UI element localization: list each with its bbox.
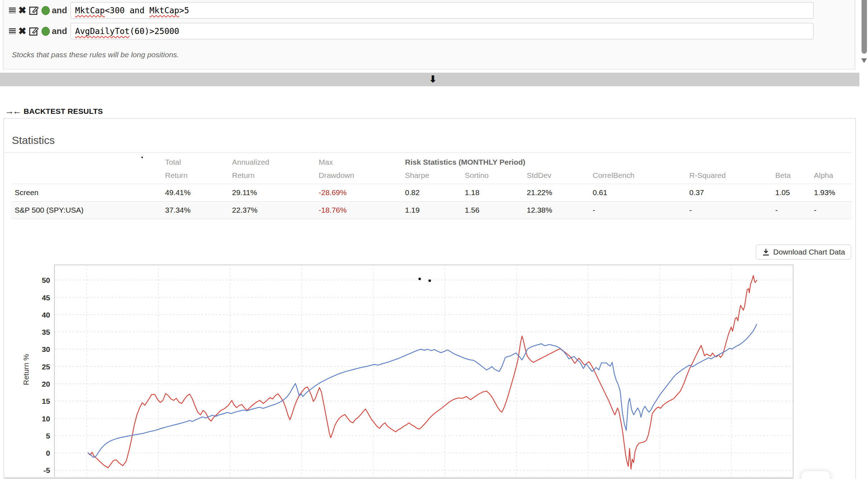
y-axis-tick-label: -5 xyxy=(43,466,50,474)
delete-rule-icon[interactable]: ✖ xyxy=(18,6,26,15)
statistics-table: Total Annualized Max Risk Statistics (MO… xyxy=(11,154,852,219)
misspelled-token: MktCap xyxy=(75,6,105,15)
edit-rule-icon[interactable] xyxy=(29,26,39,36)
y-axis-tick-label: 25 xyxy=(42,363,50,371)
col-header-sortino: Sortino xyxy=(461,167,523,184)
table-row-screen: Screen 49.41% 29.11% -28.69% 0.82 1.18 2… xyxy=(11,184,852,202)
download-chart-data-button[interactable]: Download Chart Data xyxy=(756,245,851,260)
series-line-benchmark xyxy=(88,324,757,458)
statistics-heading: Statistics xyxy=(12,134,855,146)
screen-rules-panel: ✖ and MktCap<300 and MktCap>5 ✖ and AvgD… xyxy=(3,0,855,69)
rule-formula-input[interactable]: AvgDailyTot(60)>25000 xyxy=(71,23,814,39)
rule-connector-label: and xyxy=(52,26,71,36)
rule-formula-input[interactable]: MktCap<300 and MktCap>5 xyxy=(71,2,814,19)
max-drawdown-value: -28.69% xyxy=(315,184,401,202)
section-title: BACKTEST RESULTS xyxy=(24,107,103,116)
rule-row-icons: ✖ xyxy=(9,5,50,15)
page-scrollbar[interactable] xyxy=(859,0,868,479)
col-header-correlbench: CorrelBench xyxy=(589,167,686,184)
col-header-r-squared: R-Squared xyxy=(686,167,772,184)
annualized-return-value: 22.37% xyxy=(228,202,315,219)
section-divider-bar[interactable]: ⬇ xyxy=(0,73,868,86)
rule-row-icons: ✖ xyxy=(9,26,50,36)
rule-enabled-icon[interactable] xyxy=(42,27,50,36)
scrollbar-thumb[interactable] xyxy=(862,0,867,54)
max-drawdown-value: -18.76% xyxy=(315,202,401,219)
stray-dot xyxy=(419,278,421,280)
y-axis-tick-label: 10 xyxy=(42,415,50,423)
collapse-section-icon[interactable]: →← xyxy=(5,106,20,116)
sortino-value: 1.56 xyxy=(461,202,523,219)
plot-border xyxy=(54,265,793,478)
formula-token: <300 and xyxy=(105,6,150,15)
y-axis-label: Return % xyxy=(22,354,30,385)
correlbench-value: - xyxy=(589,202,686,219)
alpha-value: - xyxy=(810,202,852,219)
y-axis-tick-label: 0 xyxy=(46,449,50,457)
rule-row: ✖ and MktCap<300 and MktCap>5 xyxy=(9,2,855,19)
table-row-benchmark: S&P 500 (SPY:USA) 37.34% 22.37% -18.76% … xyxy=(11,202,852,219)
delete-rule-icon[interactable]: ✖ xyxy=(18,26,26,36)
annualized-return-value: 29.11% xyxy=(228,184,315,202)
y-axis-tick-label: 40 xyxy=(42,311,50,319)
y-axis-tick-label: 30 xyxy=(42,345,50,353)
y-axis-tick-label: 20 xyxy=(42,380,50,388)
col-header-max: Max xyxy=(315,154,401,167)
correlbench-value: 0.61 xyxy=(589,184,686,202)
alpha-value: 1.93% xyxy=(810,184,852,202)
expand-down-arrow-icon[interactable]: ⬇ xyxy=(429,74,437,85)
total-return-value: 37.34% xyxy=(161,202,228,219)
edit-rule-icon[interactable] xyxy=(29,5,39,15)
r-squared-value: 0.37 xyxy=(686,184,772,202)
col-header-stddev: StdDev xyxy=(523,167,589,184)
misspelled-token: AvgDailyTot xyxy=(75,26,130,36)
stddev-value: 21.22% xyxy=(523,184,589,202)
series-line-screen xyxy=(88,276,757,469)
rule-enabled-icon[interactable] xyxy=(42,6,50,15)
misspelled-token: MktCap xyxy=(149,6,179,15)
table-header-row: Total Annualized Max Risk Statistics (MO… xyxy=(11,154,852,167)
col-header-drawdown: Drawdown xyxy=(315,167,401,184)
stddev-value: 12.38% xyxy=(523,202,589,219)
chat-widget-bubble[interactable] xyxy=(801,471,830,479)
r-squared-value: - xyxy=(686,202,772,219)
sortino-value: 1.18 xyxy=(461,184,523,202)
rule-connector-label: and xyxy=(52,5,71,15)
y-axis-tick-label: 5 xyxy=(46,432,50,440)
stray-dot xyxy=(429,280,431,282)
col-header-risk-statistics: Risk Statistics (MONTHLY Period) xyxy=(401,154,852,167)
total-return-value: 49.41% xyxy=(161,184,228,202)
col-header-alpha: Alpha xyxy=(810,167,852,184)
backtest-results-header: →← BACKTEST RESULTS xyxy=(5,106,103,116)
col-header-total: Total xyxy=(161,154,228,167)
row-label: Screen xyxy=(11,184,161,202)
col-header-return: Return xyxy=(228,167,315,184)
y-axis-tick-label: 15 xyxy=(42,397,50,405)
rules-note: Stocks that pass these rules will be lon… xyxy=(12,50,855,59)
col-header-sharpe: Sharpe xyxy=(401,167,461,184)
performance-chart: 50454035302520151050-5Return % xyxy=(0,260,868,479)
drag-handle-icon[interactable] xyxy=(9,28,16,34)
formula-token: >5 xyxy=(179,6,189,15)
beta-value: - xyxy=(772,202,810,219)
drag-handle-icon[interactable] xyxy=(9,8,16,13)
sharpe-value: 0.82 xyxy=(401,184,461,202)
y-axis-tick-label: 45 xyxy=(42,294,50,302)
sharpe-value: 1.19 xyxy=(401,202,461,219)
download-icon xyxy=(762,248,770,256)
download-button-label: Download Chart Data xyxy=(773,248,845,256)
header-spacer xyxy=(11,167,161,184)
y-axis-tick-label: 50 xyxy=(42,276,50,284)
heading-divider xyxy=(4,152,851,153)
rule-row: ✖ and AvgDailyTot(60)>25000 xyxy=(9,23,855,40)
col-header-return: Return xyxy=(161,167,228,184)
col-header-beta: Beta xyxy=(772,167,810,184)
scrollbar-down-arrow-icon[interactable] xyxy=(861,58,867,63)
header-spacer xyxy=(11,154,161,167)
stray-dot xyxy=(141,156,143,158)
chart-horizontal-scrollbar[interactable] xyxy=(4,477,793,479)
beta-value: 1.05 xyxy=(772,184,810,202)
table-header-row: Return Return Drawdown Sharpe Sortino St… xyxy=(11,167,852,184)
col-header-annualized: Annualized xyxy=(228,154,315,167)
y-axis-tick-label: 35 xyxy=(42,328,50,336)
